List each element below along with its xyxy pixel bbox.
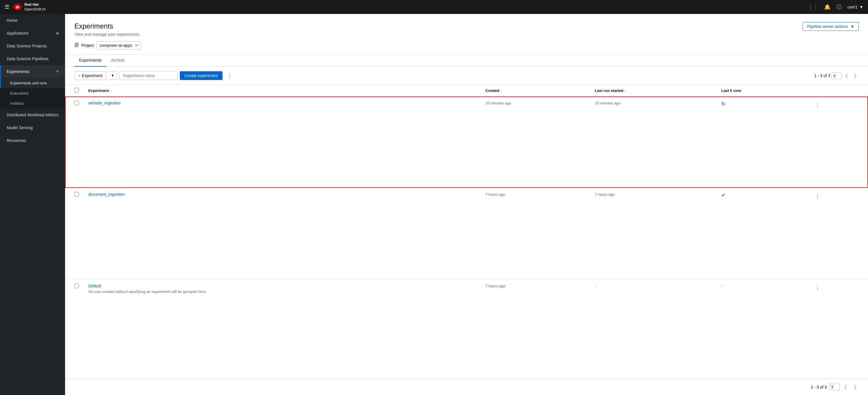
pagination-info: 1 - 3 of 3 3 ❮ ❯ [814, 73, 859, 79]
project-label: Project [81, 43, 94, 48]
table-header-row: Experiment ↕ Created ↕ Last run started [65, 85, 868, 96]
experiment-description: All runs created without specifying an e… [88, 289, 476, 294]
last-run-time: - [595, 284, 596, 288]
brand: Red Hat OpenShift AI [13, 2, 45, 11]
tab-archive[interactable]: Archive [106, 54, 129, 66]
sidebar-item-executions[interactable]: Executions [0, 88, 65, 98]
sidebar-item-experiments[interactable]: Experiments ▼ [0, 65, 65, 78]
col-created: Created ↕ [481, 85, 590, 96]
filter-input[interactable] [119, 71, 178, 80]
pipeline-server-actions-button[interactable]: Pipeline server actions ▼ [803, 22, 859, 31]
select-all-checkbox[interactable] [74, 88, 79, 92]
tab-experiments[interactable]: Experiments [74, 54, 106, 66]
col-last-run-started: Last run started ↕ [590, 85, 716, 96]
table-row: document_ingestion7 hours ago7 hours ago… [65, 188, 868, 279]
status-success-icon: ✔︎ [721, 192, 726, 198]
row-checkbox[interactable] [74, 101, 79, 105]
bottom-pagination: 1 - 3 of 3 3 ❮ ❯ [65, 379, 868, 395]
brand-text: Red Hat OpenShift AI [24, 2, 45, 11]
created-time: 7 hours ago [486, 284, 505, 288]
row-checkbox[interactable] [74, 284, 79, 288]
filter-dropdown-arrow[interactable]: ▼ [108, 72, 117, 80]
sidebar-item-distributed-workload-metrics[interactable]: Distributed Workload Metrics [0, 109, 65, 121]
experiment-link[interactable]: document_ingestion [88, 192, 125, 197]
sidebar-submenu-experiments: Experiments and runs Executions Artifact… [0, 78, 65, 109]
pipeline-btn-chevron: ▼ [850, 24, 854, 29]
bottom-pagination-per-page[interactable]: 3 [829, 384, 840, 390]
help-icon[interactable]: ⓘ [836, 3, 842, 10]
sidebar: Home Applications ▶ Data Science Project… [0, 14, 65, 395]
table-row: DefaultAll runs created without specifyi… [65, 279, 868, 378]
experiment-link[interactable]: website_ingestion [88, 101, 121, 105]
experiments-table: Experiment ↕ Created ↕ Last run started [65, 85, 868, 379]
chevron-down-icon: ▼ [56, 69, 59, 74]
sort-last-run-icon[interactable]: ↕ [625, 89, 626, 92]
page-header: Experiments View and manage your experim… [65, 14, 868, 54]
sort-created-icon[interactable]: ↕ [500, 89, 502, 92]
username: user1 [847, 5, 858, 9]
row-checkbox[interactable] [74, 192, 79, 197]
bell-icon[interactable]: 🔔 [824, 4, 831, 10]
sort-experiment-icon[interactable]: ↕ [110, 89, 112, 92]
redhat-logo [13, 2, 22, 11]
project-selector: 🗐 Project composer-ai-apps [74, 41, 859, 50]
table-row: website_ingestion10 minutes ago10 minute… [65, 96, 868, 188]
status-none: - [721, 284, 723, 288]
project-dropdown[interactable]: composer-ai-apps [96, 41, 141, 50]
last-run-time: 10 minutes ago [595, 101, 620, 105]
user-menu-chevron: ▼ [859, 5, 863, 9]
project-icon: 🗐 [74, 43, 79, 48]
tabs-bar: Experiments Archive [65, 54, 868, 66]
sidebar-item-experiments-and-runs[interactable]: Experiments and runs [0, 78, 65, 88]
toolbar-kebab-menu[interactable]: ⋮ [225, 71, 235, 80]
col-checkbox [65, 85, 84, 96]
created-time: 7 hours ago [486, 192, 505, 197]
sidebar-item-model-serving[interactable]: Model Serving [0, 121, 65, 134]
col-last-5-runs: Last 5 runs [717, 85, 808, 96]
pagination-per-page[interactable]: 3 [831, 73, 842, 79]
sidebar-item-home[interactable]: Home [0, 14, 65, 27]
sidebar-item-data-science-projects[interactable]: Data Science Projects [0, 39, 65, 52]
sidebar-item-applications[interactable]: Applications ▶ [0, 27, 65, 39]
filter-button[interactable]: ▿ Experiment [74, 71, 106, 80]
page-title: Experiments [74, 22, 859, 30]
bottom-pagination-next[interactable]: ❯ [851, 384, 859, 390]
chevron-right-icon: ▶ [57, 31, 59, 35]
user-menu[interactable]: user1 ▼ [847, 5, 863, 9]
row-kebab-menu[interactable]: ⋮ [813, 284, 823, 292]
pagination-prev[interactable]: ❮ [843, 73, 850, 79]
toolbar: ▿ Experiment ▼ Create experiment ⋮ 1 - 3… [65, 66, 868, 85]
row-kebab-menu[interactable]: ⋮ [813, 192, 823, 201]
main-content: Experiments View and manage your experim… [65, 14, 868, 395]
filter-icon: ▿ [78, 73, 80, 78]
status-running-icon: ↻ [721, 101, 726, 107]
page-subtitle: View and manage your experiments. [74, 32, 859, 37]
sidebar-item-resources[interactable]: Resources [0, 134, 65, 147]
col-actions [808, 85, 868, 96]
bottom-pagination-info: 1 - 3 of 3 [811, 385, 827, 390]
last-run-time: 7 hours ago [595, 192, 615, 197]
create-experiment-button[interactable]: Create experiment [180, 71, 222, 80]
created-time: 10 minutes ago [486, 101, 511, 105]
sidebar-item-data-science-pipelines[interactable]: Data Science Pipelines [0, 52, 65, 65]
col-experiment: Experiment ↕ [84, 85, 481, 96]
row-kebab-menu[interactable]: ⋮ [813, 101, 823, 109]
sidebar-item-artifacts[interactable]: Artifacts [0, 98, 65, 109]
experiment-link[interactable]: Default [88, 284, 101, 288]
pagination-next[interactable]: ❯ [851, 73, 859, 79]
bottom-pagination-prev[interactable]: ❮ [842, 384, 849, 390]
top-nav: ☰ Red Hat OpenShift AI ⋮⋮ 🔔 ⓘ user1 ▼ [0, 0, 868, 14]
hamburger-icon[interactable]: ☰ [5, 4, 9, 10]
grid-icon[interactable]: ⋮⋮ [808, 4, 818, 10]
